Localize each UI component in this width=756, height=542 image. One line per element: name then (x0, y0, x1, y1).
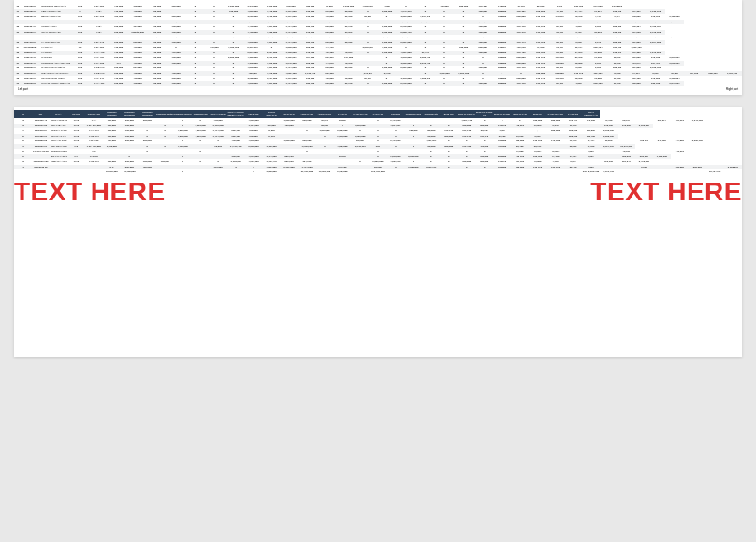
column-header: Tunjangan Jabatan (156, 110, 174, 118)
column-header: BPJS-TK NAKER (493, 110, 511, 118)
column-header: Tunjangan Tambahan (103, 110, 121, 118)
footer-left: Left part (14, 86, 32, 92)
column-header: ANGS POKOK (315, 110, 333, 118)
column-header: JAMINAN LAIN (351, 110, 369, 118)
column-header: Tunjangan Perumahan (121, 110, 138, 118)
column-header: JAMINAN (333, 110, 351, 118)
column-header: JAMINAN2 (564, 110, 582, 118)
text-here-right: TEXT HERE (590, 177, 742, 207)
column-header: Tunjangan Lain (192, 110, 210, 118)
page-2: NoNIKNAMASTATUSGOL/RUANGTunjangan Tambah… (14, 107, 742, 357)
column-header: BPJS-TK NAKER PT (475, 110, 493, 118)
column-header: SIMPANAN (281, 110, 298, 118)
column-header: Tunjangan Kendaraan (138, 110, 156, 118)
column-header: GOL/RUANG (85, 110, 103, 118)
column-header: Tunjangan Lainnya (174, 110, 192, 118)
column-header: BPJS Kes (440, 110, 458, 118)
column-header: LAIN-LAIN (369, 110, 386, 118)
data-table-1: 161064600 03NUGROHO SETIAWANTK/0L.BA 201… (14, 4, 742, 86)
column-header: POTONG (386, 110, 404, 118)
column-header: No (14, 110, 32, 118)
column-header: STATUS (67, 110, 85, 118)
column-header: JAMINAN LAIN2 (546, 110, 564, 118)
column-header: NIK (32, 110, 50, 118)
column-header: BPJS-TK KORLAP (458, 110, 475, 118)
column-header: NAMA (50, 110, 67, 118)
page-1: 161064600 03NUGROHO SETIAWANTK/0L.BA 201… (14, 0, 742, 95)
column-header: JUMLAH KOTOR (210, 110, 227, 118)
column-header: KEMBANG (245, 110, 263, 118)
column-header: Tunjangan Istri (422, 110, 440, 118)
column-header: SIMPUT SIMPANAN (263, 110, 281, 118)
text-here-left: TEXT HERE (14, 177, 166, 207)
column-header: ANGS WAJIB (298, 110, 316, 118)
column-header: BPJS-TK LAIN (511, 110, 529, 118)
column-header: JUMLAH KOTOR SETELAH PAJAK (227, 110, 245, 118)
column-header: Tunjangan Lain2 (404, 110, 422, 118)
data-table-2: NoNIKNAMASTATUSGOL/RUANGTunjangan Tambah… (14, 110, 742, 175)
column-header: BPJS-TK (529, 110, 546, 118)
column-header: TOTAL PENERIMAAN (582, 110, 600, 118)
footer-right: Right part (722, 86, 742, 92)
